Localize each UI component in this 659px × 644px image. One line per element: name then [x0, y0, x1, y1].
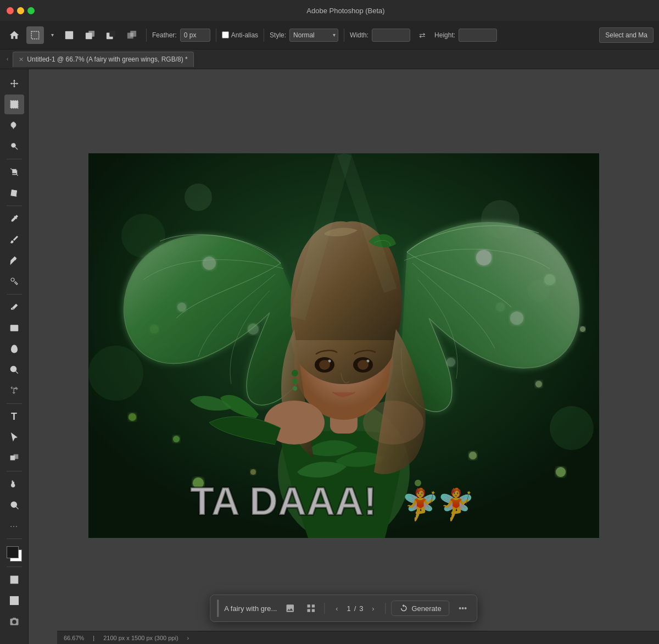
search-tool[interactable] — [4, 360, 24, 380]
tab-title: Untitled-1 @ 66.7% (A fairy with green w… — [27, 55, 187, 63]
gen-page-total: 3 — [359, 604, 363, 613]
tool-separator-3 — [7, 294, 22, 295]
style-select[interactable]: Normal Fixed Ratio Fixed Size — [289, 29, 338, 42]
zoom-tool[interactable] — [4, 495, 24, 515]
quick-select-tool[interactable] — [4, 136, 24, 156]
close-button[interactable] — [7, 7, 14, 14]
clone-stamp-tool[interactable] — [4, 271, 24, 291]
gen-separator-1 — [324, 603, 325, 614]
tool-separator-7 — [7, 567, 22, 567]
move-tool[interactable] — [4, 74, 24, 93]
anti-alias-checkbox[interactable] — [222, 31, 229, 38]
hand-tool[interactable] — [4, 474, 24, 494]
svg-point-13 — [11, 278, 14, 281]
marquee-tool[interactable] — [4, 95, 24, 114]
maximize-button[interactable] — [27, 7, 35, 14]
separator-1 — [146, 29, 147, 42]
left-toolbar: T ··· — [0, 69, 29, 644]
artboard-tool[interactable] — [4, 570, 24, 590]
status-arrow[interactable]: › — [187, 635, 189, 641]
gen-bar-divider — [217, 599, 219, 617]
add-selection-button[interactable] — [81, 26, 99, 44]
canvas-area: TA DAAA! 🧚 🧚 A fairy with gre... — [29, 69, 659, 644]
app-title: Adobe Photoshop (Beta) — [39, 7, 652, 15]
eyedropper-tool[interactable] — [4, 209, 24, 229]
gen-separator-2 — [385, 603, 386, 614]
swap-dimensions-button[interactable]: ⇄ — [414, 26, 431, 44]
tab-bar: ‹ ✕ Untitled-1 @ 66.7% (A fairy with gre… — [0, 49, 659, 69]
crop-tool[interactable] — [4, 162, 24, 182]
svg-rect-23 — [10, 576, 18, 584]
drop-tool[interactable] — [4, 339, 24, 359]
subtract-selection-button[interactable] — [102, 26, 120, 44]
marquee-dropdown-button[interactable]: ▾ — [47, 26, 57, 44]
text-tool-label: T — [11, 411, 17, 423]
tool-separator-1 — [7, 159, 22, 159]
anti-alias-wrap[interactable]: Anti-alias — [222, 31, 258, 39]
pen-tool[interactable] — [4, 251, 24, 270]
svg-line-10 — [15, 147, 18, 150]
status-separator: | — [93, 635, 94, 641]
feather-input[interactable] — [180, 29, 210, 42]
brush-tool[interactable] — [4, 230, 24, 249]
svg-rect-5 — [109, 30, 115, 36]
svg-rect-3 — [88, 30, 94, 36]
gen-grid-icon-button[interactable] — [303, 601, 319, 616]
traffic-lights[interactable] — [7, 7, 35, 14]
gen-generate-button[interactable]: Generate — [391, 601, 449, 616]
path-select-tool[interactable] — [4, 381, 24, 401]
gen-prompt-text: A fairy with gre... — [224, 604, 277, 613]
svg-point-9 — [11, 143, 15, 148]
frame-tool[interactable] — [4, 591, 24, 610]
svg-rect-14 — [10, 325, 18, 331]
gen-page-current: 1 — [347, 604, 350, 613]
width-input[interactable] — [372, 29, 410, 42]
perspective-crop-tool[interactable] — [4, 183, 24, 203]
gen-nav-controls: ‹ 1 / 3 › — [330, 602, 379, 615]
tool-separator-2 — [7, 206, 22, 206]
tab-close-button[interactable]: ✕ — [19, 56, 24, 63]
gen-generate-icon — [399, 604, 408, 613]
gen-next-button[interactable]: › — [366, 602, 379, 615]
lasso-tool[interactable] — [4, 115, 24, 135]
style-label: Style: — [270, 31, 286, 39]
height-input[interactable] — [459, 29, 497, 42]
rectangle-tool[interactable] — [4, 318, 24, 338]
svg-rect-0 — [31, 31, 39, 39]
intersect-selection-button[interactable] — [123, 26, 141, 44]
tool-separator-4 — [7, 403, 22, 404]
style-select-wrap[interactable]: Normal Fixed Ratio Fixed Size — [289, 29, 338, 42]
document-tab[interactable]: ✕ Untitled-1 @ 66.7% (A fairy with green… — [13, 52, 193, 67]
shape-tool[interactable] — [4, 448, 24, 468]
minimize-button[interactable] — [17, 7, 24, 14]
main-area: T ··· — [0, 69, 659, 644]
main-toolbar: ▾ Feather: Anti-alias Style: — [0, 21, 659, 49]
generate-bar: A fairy with gre... ‹ 1 / 3 › — [210, 595, 477, 622]
zoom-level: 66.67% — [64, 635, 84, 641]
gen-prev-button[interactable]: ‹ — [330, 602, 343, 615]
canvas-image[interactable]: TA DAAA! 🧚 🧚 — [88, 153, 599, 538]
more-tools-button[interactable]: ··· — [4, 516, 24, 536]
anti-alias-label: Anti-alias — [231, 31, 258, 39]
svg-line-16 — [15, 371, 18, 374]
foreground-color-swatch[interactable] — [7, 546, 19, 558]
gen-more-button[interactable]: ••• — [455, 601, 471, 616]
svg-rect-7 — [130, 30, 136, 36]
svg-rect-1 — [65, 31, 73, 38]
direct-select-tool[interactable] — [4, 428, 24, 447]
gen-image-icon-button[interactable] — [282, 601, 298, 616]
eraser-tool[interactable] — [4, 297, 24, 317]
text-tool[interactable]: T — [4, 407, 24, 426]
new-selection-button[interactable] — [60, 26, 78, 44]
camera-tool[interactable] — [4, 612, 24, 631]
tabs-left-arrow[interactable]: ‹ — [4, 54, 10, 64]
home-button[interactable] — [5, 26, 23, 44]
svg-line-20 — [16, 507, 19, 509]
svg-rect-73 — [88, 153, 599, 538]
separator-3 — [264, 29, 264, 42]
color-swatches[interactable] — [4, 544, 24, 564]
select-and-mask-button[interactable]: Select and Ma — [599, 27, 654, 43]
separator-2 — [216, 29, 216, 42]
title-bar: Adobe Photoshop (Beta) — [0, 0, 659, 21]
marquee-tool-button[interactable] — [26, 26, 44, 44]
